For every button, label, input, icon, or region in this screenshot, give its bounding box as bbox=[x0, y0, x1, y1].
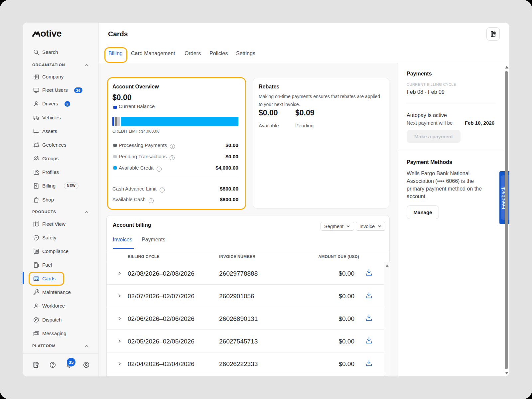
svg-text:otive: otive bbox=[41, 29, 62, 37]
